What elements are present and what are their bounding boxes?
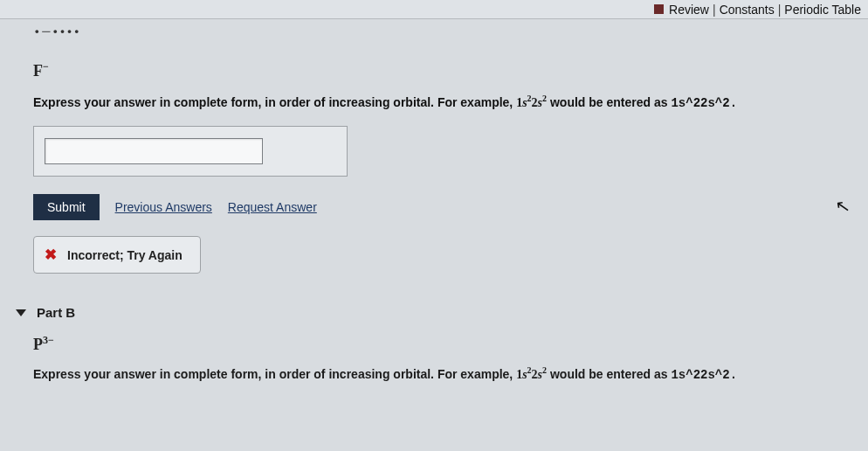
feedback-box: ✖ Incorrect; Try Again	[33, 236, 201, 274]
feedback-text: Incorrect; Try Again	[67, 248, 183, 262]
prompt-b: Express your answer in complete form, in…	[33, 364, 852, 387]
species-base: F	[33, 62, 43, 80]
answer-box	[33, 126, 348, 177]
top-nav: Review | Constants | Periodic Table	[0, 0, 868, 19]
species-base: P	[33, 336, 43, 353]
part-b-header[interactable]: Part B	[0, 305, 868, 329]
separator: |	[713, 3, 716, 17]
incorrect-icon: ✖	[45, 246, 57, 264]
action-row: Submit Previous Answers Request Answer	[33, 194, 852, 220]
prompt-post: would be entered as	[547, 95, 671, 109]
part-b: P3− Express your answer in complete form…	[0, 329, 868, 387]
answer-input[interactable]	[45, 138, 263, 164]
chevron-down-icon	[16, 309, 26, 316]
prompt-pre: Express your answer in complete form, in…	[33, 95, 516, 109]
previous-answers-link[interactable]: Previous Answers	[115, 200, 212, 214]
prompt-pre: Express your answer in complete form, in…	[33, 367, 516, 381]
species-charge: 3−	[43, 334, 54, 346]
part-b-label: Part B	[37, 305, 75, 320]
separator: |	[778, 3, 782, 17]
review-icon	[654, 4, 664, 14]
example-code: 1s^22s^2.	[671, 368, 737, 382]
part-a-label: • ─ • • • •	[0, 19, 868, 43]
example-formatted: 1s22s2	[516, 96, 547, 109]
request-answer-link[interactable]: Request Answer	[228, 200, 317, 214]
species-charge: −	[43, 60, 49, 73]
periodic-table-link[interactable]: Periodic Table	[784, 3, 861, 17]
species-b: P3−	[33, 329, 852, 364]
review-link[interactable]: Review	[669, 3, 709, 17]
example-code: 1s^22s^2.	[671, 96, 737, 110]
part-a: F− Express your answer in complete form,…	[0, 43, 868, 305]
prompt-a: Express your answer in complete form, in…	[33, 93, 852, 126]
constants-link[interactable]: Constants	[720, 3, 775, 17]
species-a: F−	[33, 50, 852, 93]
example-formatted: 1s22s2	[516, 368, 547, 381]
submit-button[interactable]: Submit	[33, 194, 100, 220]
prompt-post: would be entered as	[547, 367, 671, 381]
